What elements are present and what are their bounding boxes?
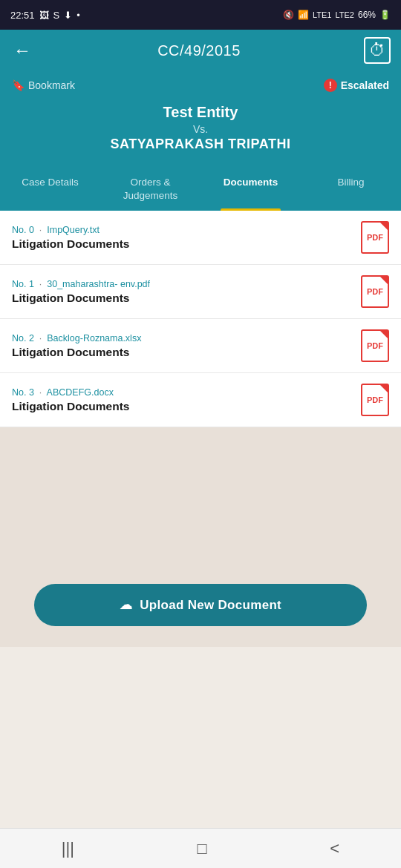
document-list: No. 0 · ImpQuery.txt Litigation Document… <box>0 211 401 427</box>
tab-orders-judgements[interactable]: Orders & Judgements <box>100 167 200 211</box>
doc-meta-3: No. 3 · ABCDEFG.docx <box>12 387 352 398</box>
pdf-icon-2: PDF <box>361 329 389 362</box>
doc-info-2: No. 2 · Backlog-Roznama.xlsx Litigation … <box>12 333 352 359</box>
doc-info-0: No. 0 · ImpQuery.txt Litigation Document… <box>12 225 352 251</box>
pdf-icon-1: PDF <box>361 275 389 308</box>
status-bar-left: 22:51 🖼 S ⬇ • <box>10 10 80 21</box>
doc-type-3: Litigation Documents <box>12 400 352 413</box>
status-bar: 22:51 🖼 S ⬇ • 🔇 📶 LTE1 LTE2 66% 🔋 <box>0 0 401 30</box>
tabs-bar: Case Details Orders & Judgements Documen… <box>0 167 401 211</box>
status-battery: 66% <box>358 10 376 20</box>
doc-meta-0: No. 0 · ImpQuery.txt <box>12 225 352 235</box>
top-nav: ← CC/49/2015 ⏱ <box>0 30 401 71</box>
doc-type-1: Litigation Documents <box>12 292 352 305</box>
document-item-2[interactable]: No. 2 · Backlog-Roznama.xlsx Litigation … <box>0 319 401 373</box>
doc-type-2: Litigation Documents <box>12 346 352 359</box>
pdf-icon-3: PDF <box>361 384 389 416</box>
escalated-badge: ! Escalated <box>324 79 389 92</box>
escalated-label: Escalated <box>341 79 389 91</box>
history-button[interactable]: ⏱ <box>364 37 391 64</box>
nav-home-button[interactable]: □ <box>180 833 225 864</box>
status-dot: • <box>76 10 80 21</box>
upload-section: ☁ Upload New Document <box>0 572 401 647</box>
upload-button-label: Upload New Document <box>140 598 281 613</box>
doc-info-1: No. 1 · 30_maharashtra- env.pdf Litigati… <box>12 279 352 305</box>
status-skype-icon: S <box>53 10 60 21</box>
case-defendant-name: SATYAPRAKASH TRIPATHI <box>12 137 389 152</box>
bookmark-label: Bookmark <box>28 79 75 91</box>
bookmark-row: 🔖 Bookmark ! Escalated <box>12 79 389 92</box>
doc-number-0: No. 0 <box>12 225 34 235</box>
doc-filename-1: 30_maharashtra- env.pdf <box>47 279 150 289</box>
bookmark-icon: 🔖 <box>12 79 25 91</box>
status-signal2-icon: LTE2 <box>335 10 353 19</box>
case-header: 🔖 Bookmark ! Escalated Test Entity Vs. S… <box>0 71 401 167</box>
bookmark-button[interactable]: 🔖 Bookmark <box>12 79 75 91</box>
doc-filename-3: ABCDEFG.docx <box>47 387 114 398</box>
status-time: 22:51 <box>10 10 35 21</box>
tab-case-details[interactable]: Case Details <box>0 167 100 211</box>
case-entity-section: Test Entity Vs. SATYAPRAKASH TRIPATHI <box>12 102 389 152</box>
document-item-1[interactable]: No. 1 · 30_maharashtra- env.pdf Litigati… <box>0 265 401 319</box>
upload-document-button[interactable]: ☁ Upload New Document <box>34 584 367 626</box>
doc-info-3: No. 3 · ABCDEFG.docx Litigation Document… <box>12 387 352 413</box>
doc-number-1: No. 1 <box>12 279 34 289</box>
tab-billing[interactable]: Billing <box>301 167 401 211</box>
status-battery-icon: 🔋 <box>379 10 391 20</box>
doc-filename-0: ImpQuery.txt <box>47 225 100 235</box>
upload-cloud-icon: ☁ <box>120 597 132 613</box>
status-download-icon: ⬇ <box>64 10 72 21</box>
document-item-3[interactable]: No. 3 · ABCDEFG.docx Litigation Document… <box>0 373 401 427</box>
nav-menu-button[interactable]: ||| <box>44 833 92 864</box>
pdf-icon-0: PDF <box>361 221 389 254</box>
case-vs-label: Vs. <box>12 123 389 135</box>
status-bar-right: 🔇 📶 LTE1 LTE2 66% 🔋 <box>283 10 391 20</box>
status-mute-icon: 🔇 <box>283 10 294 20</box>
doc-type-0: Litigation Documents <box>12 237 352 251</box>
doc-filename-2: Backlog-Roznama.xlsx <box>47 333 141 343</box>
doc-meta-2: No. 2 · Backlog-Roznama.xlsx <box>12 333 352 343</box>
nav-back-button[interactable]: < <box>312 833 357 864</box>
doc-number-2: No. 2 <box>12 333 34 343</box>
tab-documents[interactable]: Documents <box>200 167 301 211</box>
doc-number-3: No. 3 <box>12 387 34 398</box>
escalated-dot-icon: ! <box>324 79 337 92</box>
back-button[interactable]: ← <box>10 37 34 64</box>
case-number-title: CC/49/2015 <box>157 42 241 59</box>
empty-content-area <box>0 427 401 572</box>
status-wifi-icon: 📶 <box>298 10 309 20</box>
status-photo-icon: 🖼 <box>39 10 49 21</box>
status-signal-icon: LTE1 <box>313 10 331 19</box>
document-item-0[interactable]: No. 0 · ImpQuery.txt Litigation Document… <box>0 211 401 265</box>
case-entity-name: Test Entity <box>12 102 389 122</box>
bottom-nav: ||| □ < <box>0 828 401 868</box>
doc-meta-1: No. 1 · 30_maharashtra- env.pdf <box>12 279 352 289</box>
